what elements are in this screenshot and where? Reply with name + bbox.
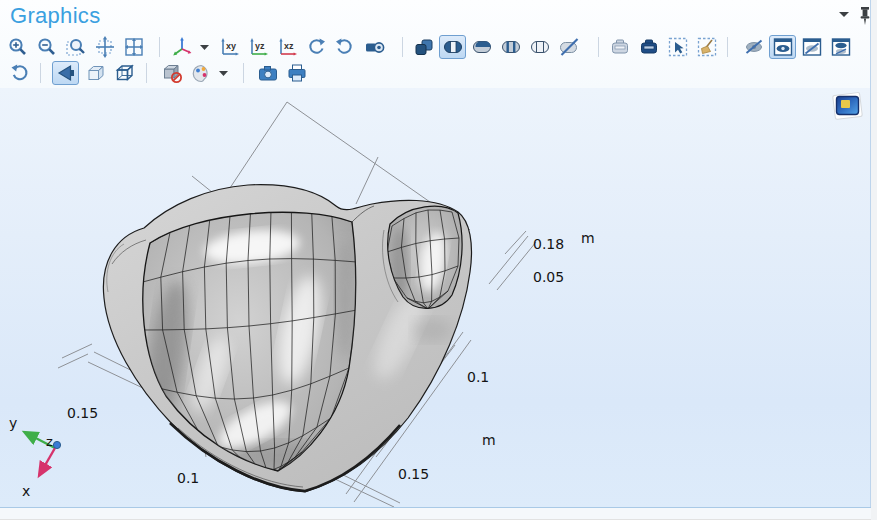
color-palette-button[interactable] xyxy=(187,61,214,85)
xz-view-button[interactable]: xz xyxy=(273,35,300,59)
palette-dropdown-caret-icon xyxy=(219,70,229,77)
overlap-cubes-icon xyxy=(413,36,435,58)
unit-label-top: m xyxy=(581,230,595,246)
triad-label-y: y xyxy=(9,415,17,431)
undo-rotate-icon xyxy=(9,62,31,84)
select-box-button[interactable] xyxy=(664,35,691,59)
svg-text:yz: yz xyxy=(255,41,265,51)
graphics-canvas[interactable] xyxy=(0,88,870,507)
tick-label-l1: 0.15 xyxy=(67,405,98,421)
color-palette-icon xyxy=(190,62,212,84)
graphics-window: Graphics xyxy=(0,0,877,520)
capsule-banded-icon xyxy=(500,36,522,58)
svg-text:xz: xz xyxy=(284,41,294,51)
tick-label-r2: 0.15 xyxy=(398,466,429,482)
toolbar-separator xyxy=(146,63,147,83)
capsule-banded-button[interactable] xyxy=(497,35,524,59)
bag-dark-icon xyxy=(638,36,660,58)
capsule-highlight-icon xyxy=(442,36,464,58)
toolbar-group-zoom xyxy=(4,34,147,60)
capsule-outline-icon xyxy=(529,36,551,58)
toolbar-group-hiding xyxy=(740,34,854,60)
eye-slash-icon xyxy=(743,36,765,58)
tick-label-r1: 0.1 xyxy=(467,369,489,385)
toolbar-group-render xyxy=(52,60,137,86)
wireframe-box-icon xyxy=(113,62,135,84)
select-box-arrow-icon xyxy=(667,36,689,58)
clear-broom-icon xyxy=(696,36,718,58)
toolbar-separator xyxy=(598,37,599,57)
zoom-out-button[interactable] xyxy=(33,35,60,59)
reset-view-button[interactable] xyxy=(6,61,33,85)
overlap-cubes-button[interactable] xyxy=(410,35,437,59)
eye-slash-framed-icon xyxy=(801,36,823,58)
panel-right-gutter xyxy=(871,0,877,520)
view-all-button[interactable] xyxy=(827,35,854,59)
panel-bottom-edge xyxy=(0,507,871,520)
svg-text:xy: xy xyxy=(226,41,236,51)
palette-dropdown-button[interactable] xyxy=(216,61,232,85)
panel-menu-button[interactable] xyxy=(838,10,850,18)
bag-dark-button[interactable] xyxy=(635,35,662,59)
toolbar-separator xyxy=(159,37,160,57)
zoom-out-icon xyxy=(36,36,58,58)
unit-label-right: m xyxy=(482,432,496,448)
toolbar-group-views: xy yz xz xyxy=(168,34,387,60)
print-icon xyxy=(286,62,308,84)
clear-selection-button[interactable] xyxy=(693,35,720,59)
xy-view-button[interactable]: xy xyxy=(215,35,242,59)
toolbar-group-appearance xyxy=(158,60,232,86)
scene-light-cone-icon xyxy=(55,62,77,84)
toolbar-separator xyxy=(243,63,244,83)
projection-icon xyxy=(363,36,385,58)
xy-view-icon: xy xyxy=(218,36,240,58)
zoom-in-icon xyxy=(7,36,29,58)
rotate-ccw-button[interactable] xyxy=(331,35,358,59)
toolbar-group-undo xyxy=(6,60,33,86)
hide-selected-button[interactable] xyxy=(740,35,767,59)
scene-light-button[interactable] xyxy=(52,61,79,85)
transparent-box-icon xyxy=(84,62,106,84)
capsule-slash-button[interactable] xyxy=(555,35,582,59)
material-color-button[interactable] xyxy=(158,61,185,85)
page-title: Graphics xyxy=(10,3,100,29)
triad-label-x: x xyxy=(22,483,30,499)
print-button[interactable] xyxy=(283,61,310,85)
eye-framed-icon xyxy=(772,36,794,58)
rotate-counterclockwise-icon xyxy=(334,36,356,58)
rotate-cw-button[interactable] xyxy=(302,35,329,59)
projection-button[interactable] xyxy=(360,35,387,59)
view-hidden-button[interactable] xyxy=(798,35,825,59)
capsule-slash-icon xyxy=(558,36,580,58)
capsule-dark-top-button[interactable] xyxy=(468,35,495,59)
tick-label-z1: 0.18 xyxy=(533,236,564,252)
material-cube-off-icon xyxy=(161,62,183,84)
zoom-extents-icon xyxy=(94,36,116,58)
yz-view-icon: yz xyxy=(247,36,269,58)
zoom-selected-button[interactable] xyxy=(120,35,147,59)
yz-view-button[interactable]: yz xyxy=(244,35,271,59)
bag-light-button[interactable] xyxy=(606,35,633,59)
toolbar-separator xyxy=(727,37,728,57)
xz-view-icon: xz xyxy=(276,36,298,58)
zoom-selected-icon xyxy=(123,36,145,58)
default-3d-view-button[interactable] xyxy=(168,35,195,59)
snapshot-button[interactable] xyxy=(254,61,281,85)
toolbar-separator xyxy=(402,37,403,57)
zoom-box-button[interactable] xyxy=(62,35,89,59)
zoom-extents-button[interactable] xyxy=(91,35,118,59)
triad-label-z: z xyxy=(46,434,53,449)
snapshot-camera-icon xyxy=(257,62,279,84)
capsule-highlight-button[interactable] xyxy=(439,35,466,59)
bag-light-icon xyxy=(609,36,631,58)
graphics-header-panel: Graphics xyxy=(0,0,870,88)
view-dropdown-button[interactable] xyxy=(197,35,213,59)
toolbar-group-output xyxy=(254,60,310,86)
tick-label-l2: 0.1 xyxy=(177,470,199,486)
capsule-outline-button[interactable] xyxy=(526,35,553,59)
transparency-button[interactable] xyxy=(81,61,108,85)
zoom-in-button[interactable] xyxy=(4,35,31,59)
wireframe-button[interactable] xyxy=(110,61,137,85)
view-unhidden-button[interactable] xyxy=(769,35,796,59)
toolbar-group-scene-style xyxy=(410,34,582,60)
